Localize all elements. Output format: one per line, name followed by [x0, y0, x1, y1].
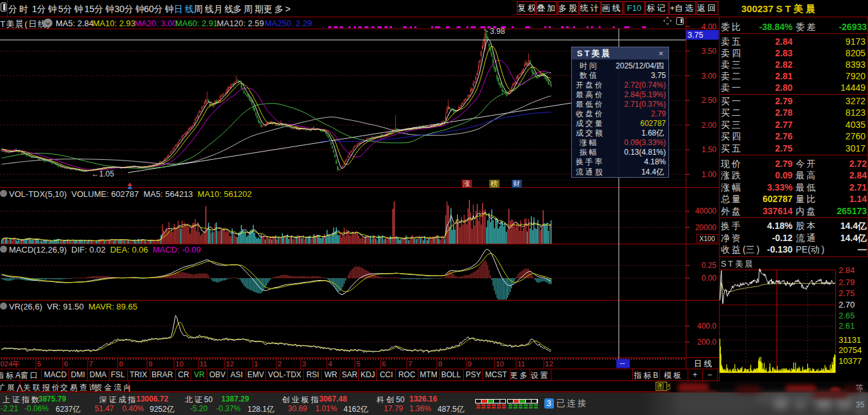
svg-text:3.50: 3.50	[702, 47, 717, 56]
svg-text:3.00: 3.00	[702, 72, 717, 81]
svg-text:20000: 20000	[695, 223, 717, 232]
svg-text:31131: 31131	[839, 335, 861, 345]
svg-text:7: 7	[408, 360, 412, 368]
svg-text:20754: 20754	[839, 345, 862, 355]
svg-text:9: 9	[148, 360, 152, 368]
svg-text:2.70: 2.70	[839, 300, 855, 309]
svg-text:11: 11	[200, 360, 207, 368]
svg-text:5: 5	[356, 360, 360, 368]
svg-text:3.98: 3.98	[490, 27, 505, 36]
svg-text:2.00: 2.00	[702, 121, 717, 130]
svg-text:7: 7	[89, 360, 93, 368]
svg-text:1.50: 1.50	[702, 145, 717, 154]
svg-text:8: 8	[438, 360, 442, 368]
svg-text:1.00: 1.00	[702, 170, 717, 179]
svg-text:X100: X100	[699, 235, 715, 242]
svg-text:400.0: 400.0	[697, 322, 716, 331]
svg-text:4.00: 4.00	[702, 22, 717, 31]
svg-text:6: 6	[64, 360, 68, 368]
svg-text:5: 5	[37, 360, 41, 368]
svg-text:0.25: 0.25	[702, 261, 717, 270]
svg-text:←1.05: ←1.05	[91, 169, 114, 178]
svg-text:11: 11	[517, 360, 525, 368]
svg-text:12: 12	[226, 360, 234, 368]
svg-text:12: 12	[545, 360, 553, 368]
svg-text:2.61: 2.61	[839, 321, 855, 331]
svg-text:40000: 40000	[695, 207, 717, 215]
svg-text:2.79: 2.79	[839, 278, 855, 287]
svg-text:3.75: 3.75	[688, 31, 703, 40]
svg-text:2.50: 2.50	[702, 96, 717, 105]
svg-text:10: 10	[496, 360, 504, 368]
svg-text:6: 6	[382, 360, 386, 368]
svg-text:0.00: 0.00	[702, 274, 717, 283]
svg-text:2024年: 2024年	[0, 360, 20, 368]
svg-text:2.84: 2.84	[839, 265, 855, 275]
svg-text:10: 10	[175, 360, 184, 368]
svg-text:8: 8	[119, 360, 123, 368]
svg-text:10377: 10377	[839, 356, 862, 366]
svg-text:4: 4	[328, 360, 333, 368]
svg-text:200.0: 200.0	[697, 338, 716, 347]
svg-text:3: 3	[302, 360, 306, 368]
svg-text:2: 2	[278, 360, 281, 368]
svg-text:9: 9	[468, 360, 471, 368]
svg-text:2.65: 2.65	[839, 311, 855, 320]
svg-text:2.75: 2.75	[839, 288, 855, 298]
svg-text:1: 1	[254, 360, 258, 368]
svg-text:--: --	[620, 359, 625, 368]
